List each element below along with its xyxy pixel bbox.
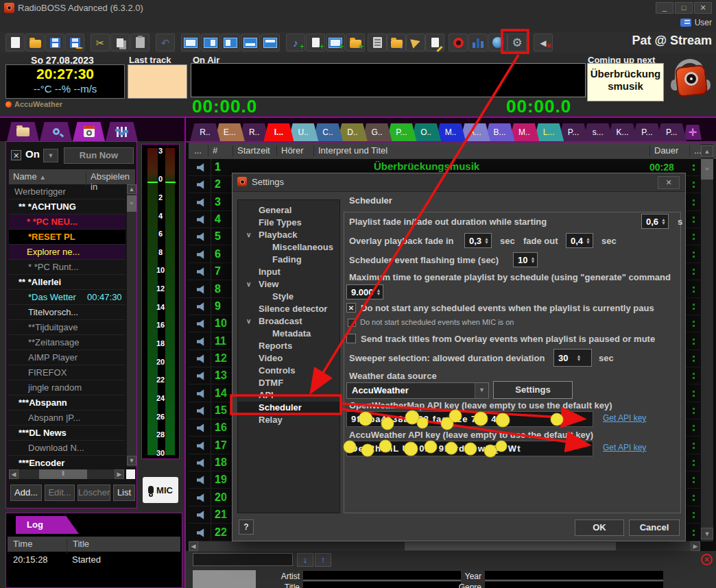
speaker-icon[interactable] [197, 232, 207, 241]
tab-search[interactable] [40, 122, 72, 141]
scheduler-on-checkbox[interactable]: ✕ [11, 150, 21, 160]
open-button[interactable] [25, 34, 45, 51]
add-folder-button[interactable]: + [346, 34, 365, 51]
scheduler-event-row[interactable]: * *PC NEU... [9, 215, 126, 230]
scheduler-table-header[interactable]: Name ▲ Abspielen in [9, 169, 135, 184]
scheduler-event-row[interactable]: Titelvorsch... [9, 305, 126, 320]
cut-button[interactable]: ✂ [91, 34, 110, 51]
scheduler-event-row[interactable]: *RESET PL [9, 230, 126, 245]
speaker-icon[interactable] [197, 198, 207, 207]
speaker-icon[interactable] [197, 476, 207, 485]
speaker-icon[interactable] [197, 528, 207, 537]
scheduler-event-row[interactable]: ** *Allerlei [9, 275, 126, 290]
scroll-up-icon[interactable]: ▲ [127, 184, 136, 194]
search-down-icon[interactable]: ↓ [297, 553, 313, 567]
weather-provider[interactable]: AccuWeather [5, 100, 62, 108]
tree-item-style[interactable]: Style [238, 291, 339, 303]
speaker-icon[interactable] [197, 285, 207, 294]
paste-button[interactable] [130, 34, 150, 51]
flash-time-spinner[interactable]: 10▲▼ [513, 252, 538, 267]
scrollbar-thumb[interactable]: = [701, 159, 713, 180]
music-library-button[interactable]: ♪ [387, 34, 406, 51]
scheduler-event-row[interactable]: jingle random [9, 380, 126, 395]
edit-notes-button[interactable] [425, 34, 444, 51]
view-panels-button[interactable] [201, 34, 220, 51]
tree-item-reports[interactable]: Reports [238, 340, 339, 352]
view-playlist-button[interactable] [181, 34, 200, 51]
scheduler-event-row[interactable]: * *PC Runt... [9, 260, 126, 275]
search-up-icon[interactable]: ↑ [315, 553, 331, 567]
fade-duration-spinner[interactable]: 0,6▲▼ [641, 214, 669, 229]
tree-item-miscellaneous[interactable]: Miscellaneous [238, 241, 339, 254]
add-playlist-tab[interactable]: ✛ [684, 125, 702, 140]
sweeper-spinner[interactable]: 30▲▼ [553, 349, 592, 367]
tree-item-view[interactable]: ∨View [238, 278, 339, 291]
close-button[interactable]: ✕ [694, 2, 712, 14]
announcement-button[interactable] [406, 34, 425, 51]
help-button[interactable]: ? [239, 519, 254, 535]
undo-button[interactable]: ↶ [156, 34, 175, 51]
speaker-icon[interactable] [197, 215, 207, 224]
tree-item-controls[interactable]: Controls [238, 365, 339, 377]
new-button[interactable] [5, 34, 25, 51]
speaker-icon[interactable] [197, 319, 207, 328]
speaker-icon[interactable] [197, 493, 207, 502]
speaker-icon[interactable] [197, 424, 207, 432]
playlist-tab-selected[interactable]: I... [263, 123, 294, 141]
speaker-icon[interactable] [197, 458, 207, 467]
aw-get-api-link[interactable]: Get API key [603, 443, 646, 452]
speaker-icon[interactable] [197, 267, 207, 276]
run-now-button[interactable]: Run Now [64, 147, 134, 164]
weather-source-select[interactable]: AccuWeather▼ [346, 382, 489, 399]
year-field[interactable] [485, 571, 663, 580]
chevron-down-icon[interactable]: ∨ [246, 278, 251, 291]
tree-item-metadata[interactable]: Metadata [238, 328, 339, 340]
title-field[interactable] [303, 582, 461, 588]
tree-item-file-types[interactable]: File Types [238, 217, 339, 229]
scheduler-event-row[interactable]: ***Abspann [9, 395, 126, 411]
scrollbar-thumb[interactable]: = [127, 195, 136, 212]
overlay-fade-in-spinner[interactable]: 0,3▲▼ [464, 233, 492, 248]
scheduler-event-row[interactable]: ***DL News [9, 426, 126, 441]
weather-settings-button[interactable]: Settings [493, 381, 573, 399]
scheduler-event-row[interactable]: AIMP Player [9, 350, 126, 365]
speaker-icon[interactable] [197, 180, 207, 189]
speaker-icon[interactable] [197, 511, 207, 519]
maximize-button[interactable]: □ [675, 2, 693, 14]
save-as-button[interactable] [65, 34, 84, 51]
search-input[interactable] [193, 553, 293, 566]
aw-key-field[interactable]: Des2h mL UE 0Af 9Bjrd V whQe Wt [346, 441, 593, 456]
add-track-button[interactable]: ♪+ [286, 34, 305, 51]
scheduler-event-row[interactable]: Werbetrigger [9, 184, 126, 199]
scrollbar[interactable]: ◀ ▶ [189, 541, 700, 551]
minimize-button[interactable]: _ [656, 2, 673, 14]
statistics-button[interactable] [468, 34, 488, 51]
speaker-icon[interactable] [197, 371, 207, 380]
speaker-icon[interactable] [197, 163, 207, 172]
tab-log[interactable]: Log [16, 516, 79, 534]
speaker-icon[interactable] [197, 389, 207, 398]
view-blocks-button[interactable] [241, 34, 260, 51]
owm-key-field[interactable]: 9f 5ba4138ac 23 fae b2e 726 49 [346, 411, 593, 427]
tree-item-video[interactable]: Video [238, 352, 339, 365]
scroll-left-icon[interactable]: ◀ [9, 469, 19, 479]
clear-icon[interactable]: ✕ [701, 554, 713, 565]
cb-no-events-paused[interactable]: ✕ [346, 303, 356, 313]
scrollbar-thumb[interactable]: ‖ [39, 469, 87, 479]
tree-item-scheduler[interactable]: Scheduler [238, 402, 339, 414]
view-editor-button[interactable] [261, 34, 280, 51]
edit-event-button[interactable]: Edit... [45, 485, 75, 501]
list-menu-button[interactable]: List [113, 485, 135, 501]
cb-no-events-mic[interactable] [348, 319, 356, 327]
tab-mixer[interactable] [106, 122, 138, 141]
playlist-table-header[interactable]: ... # Startzeit Hörer Interpret und Tite… [189, 143, 716, 159]
scroll-down-icon[interactable]: ▼ [127, 456, 136, 465]
speaker-icon[interactable] [197, 337, 207, 346]
speaker-icon[interactable] [197, 406, 207, 415]
delete-event-button[interactable]: Löscher [77, 485, 110, 501]
scroll-up-icon[interactable]: ▲ [701, 145, 713, 157]
playlist-tab[interactable]: R.. [190, 123, 220, 141]
scheduler-event-row[interactable]: Download N... [9, 441, 126, 456]
settings-button[interactable]: ⚙ [508, 34, 527, 51]
scheduler-event-row[interactable]: **Tijduitgave [9, 320, 126, 335]
